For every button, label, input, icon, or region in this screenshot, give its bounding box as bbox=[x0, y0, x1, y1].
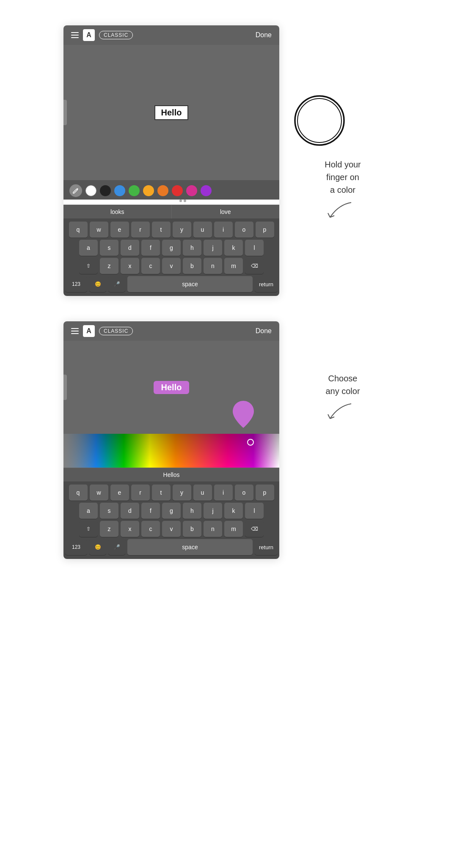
color-white[interactable] bbox=[85, 185, 96, 196]
key-z-2[interactable]: z bbox=[100, 521, 118, 537]
autocomplete-love[interactable]: love bbox=[172, 205, 280, 219]
font-a-button-2[interactable]: A bbox=[83, 325, 95, 337]
key-h-2[interactable]: h bbox=[183, 503, 201, 519]
key-j[interactable]: j bbox=[204, 240, 222, 256]
key-r[interactable]: r bbox=[131, 222, 150, 238]
spectrum-selector[interactable] bbox=[247, 439, 254, 446]
key-f[interactable]: f bbox=[141, 240, 160, 256]
key-l-2[interactable]: l bbox=[245, 503, 264, 519]
key-space[interactable]: space bbox=[127, 276, 253, 292]
color-spectrum-container[interactable] bbox=[63, 434, 279, 468]
left-tab-2 bbox=[63, 375, 67, 400]
key-q[interactable]: q bbox=[69, 222, 88, 238]
key-g-2[interactable]: g bbox=[162, 503, 181, 519]
key-k[interactable]: k bbox=[224, 240, 243, 256]
key-row-asdf: a s d f g h j k l bbox=[65, 240, 278, 256]
color-black[interactable] bbox=[100, 185, 111, 196]
color-red[interactable] bbox=[172, 185, 183, 196]
done-button[interactable]: Done bbox=[256, 31, 272, 39]
key-123-2[interactable]: 123 bbox=[65, 539, 87, 555]
left-tab-1 bbox=[63, 100, 67, 125]
key-space-2[interactable]: space bbox=[127, 539, 253, 555]
key-m[interactable]: m bbox=[224, 258, 243, 274]
color-spectrum[interactable] bbox=[63, 434, 279, 468]
classic-badge[interactable]: CLASSIC bbox=[99, 31, 133, 39]
key-o-2[interactable]: o bbox=[235, 485, 253, 501]
autocomplete-hellos[interactable]: Hellos bbox=[63, 468, 279, 482]
key-v-2[interactable]: v bbox=[162, 521, 181, 537]
pencil-button[interactable] bbox=[69, 184, 82, 197]
key-b-2[interactable]: b bbox=[183, 521, 201, 537]
key-emoji-2[interactable]: 😊 bbox=[89, 539, 106, 555]
classic-badge-2[interactable]: CLASSIC bbox=[99, 327, 133, 335]
key-o[interactable]: o bbox=[235, 222, 253, 238]
key-u-2[interactable]: u bbox=[193, 485, 212, 501]
keyboard-1: q w e r t y u i o p a s d f g h j k l bbox=[63, 219, 279, 296]
hamburger-icon-2[interactable] bbox=[71, 328, 79, 334]
key-shift-2[interactable]: ⇧ bbox=[79, 521, 98, 537]
key-v[interactable]: v bbox=[162, 258, 181, 274]
key-c[interactable]: c bbox=[141, 258, 160, 274]
key-123[interactable]: 123 bbox=[65, 276, 87, 292]
key-x[interactable]: x bbox=[121, 258, 139, 274]
key-p[interactable]: p bbox=[256, 222, 274, 238]
color-pink[interactable] bbox=[186, 185, 197, 196]
key-i[interactable]: i bbox=[214, 222, 233, 238]
key-j-2[interactable]: j bbox=[204, 503, 222, 519]
key-w[interactable]: w bbox=[90, 222, 108, 238]
key-emoji[interactable]: 😊 bbox=[89, 276, 106, 292]
color-orange-light[interactable] bbox=[143, 185, 154, 196]
key-e[interactable]: e bbox=[110, 222, 129, 238]
key-n[interactable]: n bbox=[204, 258, 222, 274]
key-h[interactable]: h bbox=[183, 240, 201, 256]
key-l[interactable]: l bbox=[245, 240, 264, 256]
key-i-2[interactable]: i bbox=[214, 485, 233, 501]
key-x-2[interactable]: x bbox=[121, 521, 139, 537]
key-c-2[interactable]: c bbox=[141, 521, 160, 537]
key-y-2[interactable]: y bbox=[173, 485, 191, 501]
key-return-2[interactable]: return bbox=[255, 539, 278, 555]
phone-screen-1: A CLASSIC Done Hello bbox=[63, 25, 279, 296]
key-r-2[interactable]: r bbox=[131, 485, 150, 501]
key-row-qwerty-2: q w e r t y u i o p bbox=[65, 485, 278, 501]
key-s[interactable]: s bbox=[100, 240, 118, 256]
key-t[interactable]: t bbox=[152, 222, 171, 238]
key-f-2[interactable]: f bbox=[141, 503, 160, 519]
key-delete[interactable]: ⌫ bbox=[245, 258, 264, 274]
hello-text-1[interactable]: Hello bbox=[154, 105, 189, 120]
hello-text-2[interactable]: Hello bbox=[154, 381, 190, 394]
key-p-2[interactable]: p bbox=[256, 485, 274, 501]
key-shift[interactable]: ⇧ bbox=[79, 258, 98, 274]
key-q-2[interactable]: q bbox=[69, 485, 88, 501]
key-mic[interactable]: 🎤 bbox=[108, 276, 125, 292]
autocomplete-looks[interactable]: looks bbox=[63, 205, 172, 219]
key-k-2[interactable]: k bbox=[224, 503, 243, 519]
key-s-2[interactable]: s bbox=[100, 503, 118, 519]
font-a-button[interactable]: A bbox=[83, 29, 95, 41]
key-m-2[interactable]: m bbox=[224, 521, 243, 537]
key-e-2[interactable]: e bbox=[110, 485, 129, 501]
key-y[interactable]: y bbox=[173, 222, 191, 238]
done-button-2[interactable]: Done bbox=[256, 327, 272, 335]
key-n-2[interactable]: n bbox=[204, 521, 222, 537]
color-blue[interactable] bbox=[114, 185, 125, 196]
color-purple[interactable] bbox=[201, 185, 212, 196]
key-a-2[interactable]: a bbox=[79, 503, 98, 519]
key-delete-2[interactable]: ⌫ bbox=[245, 521, 264, 537]
color-orange[interactable] bbox=[157, 185, 168, 196]
hamburger-icon[interactable] bbox=[71, 32, 79, 38]
key-d-2[interactable]: d bbox=[121, 503, 139, 519]
key-d[interactable]: d bbox=[121, 240, 139, 256]
key-mic-2[interactable]: 🎤 bbox=[108, 539, 125, 555]
key-z[interactable]: z bbox=[100, 258, 118, 274]
color-green[interactable] bbox=[129, 185, 140, 196]
key-row-zxcv-2: ⇧ z x c v b n m ⌫ bbox=[65, 521, 278, 537]
key-w-2[interactable]: w bbox=[90, 485, 108, 501]
key-return[interactable]: return bbox=[255, 276, 278, 292]
key-t-2[interactable]: t bbox=[152, 485, 171, 501]
color-picker-row-1 bbox=[63, 180, 279, 200]
key-b[interactable]: b bbox=[183, 258, 201, 274]
key-a[interactable]: a bbox=[79, 240, 98, 256]
key-g[interactable]: g bbox=[162, 240, 181, 256]
key-u[interactable]: u bbox=[193, 222, 212, 238]
